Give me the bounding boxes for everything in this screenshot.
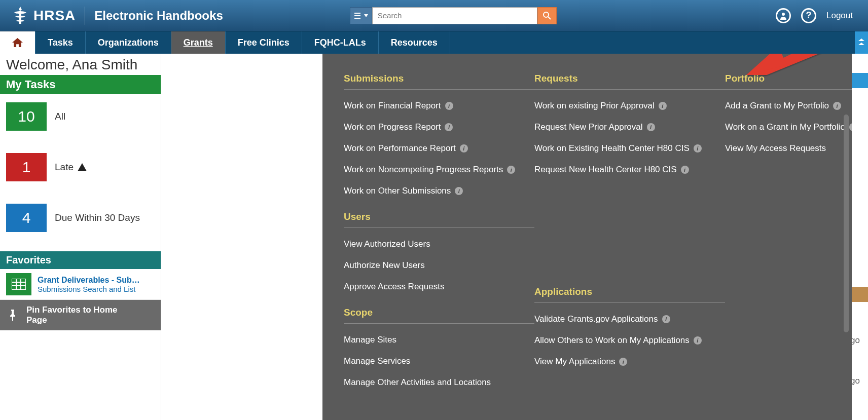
caduceus-icon (10, 6, 30, 26)
task-late-count: 1 (6, 153, 47, 181)
logout-link[interactable]: Logout (826, 11, 853, 21)
pin-favorites[interactable]: Pin Favorites to Home Page (0, 300, 161, 330)
task-list: 10 All 1 Late 4 Due Within 30 Days (0, 94, 161, 247)
info-icon[interactable]: i (849, 123, 852, 131)
welcome-heading: Welcome, Ana Smith (0, 54, 161, 75)
task-late-label: Late (55, 162, 87, 173)
nav-tasks[interactable]: Tasks (35, 31, 86, 54)
scope-heading: Scope (344, 307, 534, 324)
person-icon (779, 12, 787, 20)
pin-icon (8, 310, 17, 321)
submissions-heading: Submissions (344, 73, 534, 90)
hamburger-icon (354, 12, 363, 19)
link-noncompeting-reports[interactable]: Work on Noncompeting Progress Reportsi (344, 165, 534, 175)
link-existing-h80-cis[interactable]: Work on Existing Health Center H80 CISi (534, 143, 725, 154)
link-financial-report[interactable]: Work on Financial Reporti (344, 101, 534, 111)
svg-point-0 (544, 12, 549, 17)
logo-text: HRSA (33, 8, 76, 24)
info-icon[interactable]: i (647, 123, 655, 131)
task-late[interactable]: 1 Late (6, 153, 155, 181)
applications-heading: Applications (534, 286, 725, 303)
scrollbar[interactable] (844, 114, 849, 332)
info-icon[interactable]: i (694, 144, 702, 152)
nav-grants[interactable]: Grants (171, 31, 226, 54)
primary-nav: Tasks Organizations Grants Free Clinics … (0, 31, 868, 54)
info-icon[interactable]: i (694, 336, 702, 345)
task-due-count: 4 (6, 204, 47, 232)
link-validate-grants-gov[interactable]: Validate Grants.gov Applicationsi (534, 314, 725, 324)
link-allow-others[interactable]: Allow Others to Work on My Applicationsi (534, 335, 725, 346)
top-bar: HRSA Electronic Handbooks ? Logout (0, 0, 868, 31)
link-work-grant-portfolio[interactable]: Work on a Grant in My Portfolioi (725, 122, 852, 132)
search-input[interactable] (372, 7, 537, 24)
left-sidebar: Welcome, Ana Smith My Tasks 10 All 1 Lat… (0, 54, 161, 420)
task-all-count: 10 (6, 102, 47, 131)
link-approve-access-requests[interactable]: Approve Access Requests (344, 282, 534, 292)
link-performance-report[interactable]: Work on Performance Reporti (344, 143, 534, 154)
info-icon[interactable]: i (619, 358, 627, 366)
task-due[interactable]: 4 Due Within 30 Days (6, 204, 155, 232)
caret-down-icon (364, 14, 368, 17)
link-progress-report[interactable]: Work on Progress Reporti (344, 122, 534, 132)
main-content: ago ago Submissions Work on Financial Re… (161, 54, 868, 420)
info-icon[interactable]: i (507, 166, 515, 174)
favorites-header: Favorites (0, 251, 161, 269)
search-button[interactable] (537, 7, 557, 24)
link-manage-services[interactable]: Manage Services (344, 356, 534, 366)
search-wrap (350, 7, 557, 24)
account-icon[interactable] (776, 8, 791, 23)
link-view-access-requests[interactable]: View My Access Requests (725, 143, 852, 154)
nav-resources[interactable]: Resources (379, 31, 450, 54)
home-icon (12, 37, 23, 48)
link-view-authorized-users[interactable]: View Authorized Users (344, 239, 534, 249)
collapse-button[interactable] (855, 31, 868, 54)
nav-home[interactable] (0, 31, 35, 54)
hrsa-logo[interactable]: HRSA (10, 6, 76, 26)
portfolio-heading: Portfolio (725, 73, 852, 90)
task-all[interactable]: 10 All (6, 102, 155, 131)
svg-point-1 (782, 13, 785, 16)
link-add-grant-portfolio[interactable]: Add a Grant to My Portfolioi (725, 101, 852, 111)
link-view-my-applications[interactable]: View My Applicationsi (534, 357, 725, 367)
body: Welcome, Ana Smith My Tasks 10 All 1 Lat… (0, 54, 868, 420)
favorite-subtitle: Submissions Search and List (38, 285, 140, 293)
task-due-label: Due Within 30 Days (55, 212, 140, 223)
divider (85, 7, 85, 25)
nav-free-clinics[interactable]: Free Clinics (226, 31, 302, 54)
magnifier-icon (542, 11, 552, 20)
info-icon[interactable]: i (445, 102, 453, 110)
link-new-prior-approval[interactable]: Request New Prior Approvali (534, 122, 725, 132)
link-existing-prior-approval[interactable]: Work on existing Prior Approvali (534, 101, 725, 111)
task-all-label: All (55, 111, 65, 122)
link-authorize-new-users[interactable]: Authorize New Users (344, 260, 534, 271)
help-icon[interactable]: ? (801, 8, 816, 23)
info-icon[interactable]: i (445, 123, 453, 131)
info-icon[interactable]: i (833, 102, 841, 110)
spreadsheet-icon (6, 273, 31, 295)
question-icon: ? (806, 10, 812, 21)
nav-fqhc-lals[interactable]: FQHC-LALs (302, 31, 379, 54)
double-chevron-up-icon (858, 39, 864, 47)
app-title: Electronic Handbooks (94, 9, 223, 23)
users-heading: Users (344, 211, 534, 228)
info-icon[interactable]: i (662, 315, 670, 323)
requests-heading: Requests (534, 73, 725, 90)
info-icon[interactable]: i (681, 166, 689, 174)
search-category-dropdown[interactable] (350, 7, 372, 24)
info-icon[interactable]: i (460, 144, 468, 152)
info-icon[interactable]: i (455, 187, 463, 195)
top-icons: ? Logout (776, 8, 853, 23)
link-manage-activities[interactable]: Manage Other Activities and Locations (344, 377, 534, 388)
warning-icon (78, 163, 87, 171)
favorite-title: Grant Deliverables - Sub… (38, 276, 140, 285)
svg-rect-2 (12, 279, 26, 290)
link-manage-sites[interactable]: Manage Sites (344, 335, 534, 345)
favorite-item[interactable]: Grant Deliverables - Sub… Submissions Se… (0, 269, 161, 300)
grants-mega-menu: Submissions Work on Financial Reporti Wo… (322, 54, 852, 420)
nav-organizations[interactable]: Organizations (86, 31, 171, 54)
my-tasks-header: My Tasks (0, 75, 161, 94)
link-other-submissions[interactable]: Work on Other Submissionsi (344, 186, 534, 196)
info-icon[interactable]: i (659, 102, 667, 110)
link-new-h80-cis[interactable]: Request New Health Center H80 CISi (534, 165, 725, 175)
